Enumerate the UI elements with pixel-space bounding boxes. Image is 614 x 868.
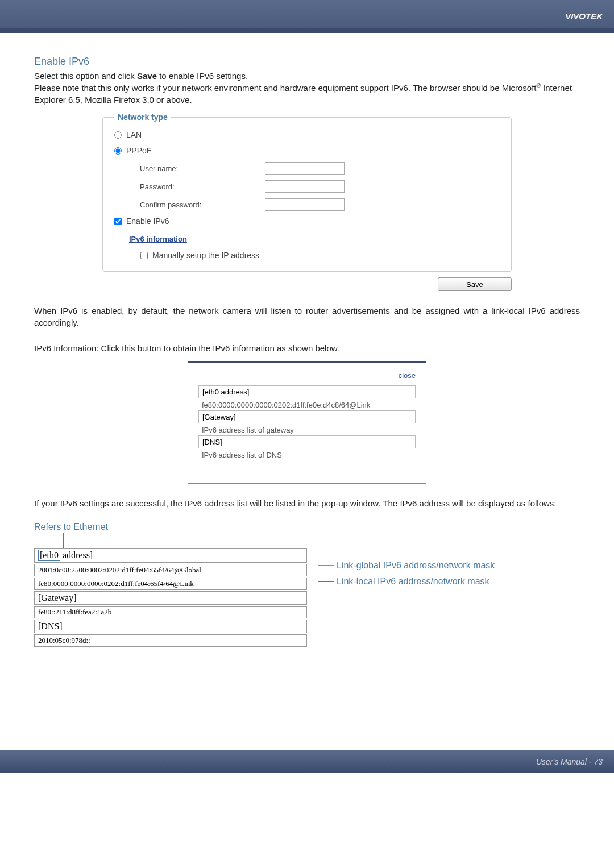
pppoe-label: PPPoE: [126, 146, 152, 155]
ipv6-information-link[interactable]: IPv6 information: [129, 235, 187, 243]
ipv6-info-underline: IPv6 Information: [34, 343, 96, 353]
brand-label: VIVOTEK: [565, 11, 603, 21]
manual-ip-row[interactable]: Manually setup the IP address: [140, 251, 500, 260]
pppoe-radio[interactable]: [114, 147, 122, 155]
popup-dns-val: IPv6 address list of DNS: [198, 450, 416, 460]
ipv6-popup: close [eth0 address] fe80:0000:0000:0000…: [188, 361, 426, 484]
ethernet-section: Refers to Ethernet [eth0 address] 2001:0…: [34, 522, 580, 648]
popup-eth0-val: fe80:0000:0000:0000:0202:d1ff:fe0e:d4c8/…: [198, 400, 416, 410]
username-row: User name:: [140, 162, 500, 175]
ipv6-info-link-wrap: IPv6 information: [129, 234, 500, 244]
intro2-sup: ®: [537, 82, 541, 89]
network-type-fieldset: Network type LAN PPPoE User name: Passwo…: [102, 117, 512, 272]
popup-gateway: [Gateway]: [198, 410, 416, 423]
ipv6-info-line: IPv6 Information: Click this button to o…: [34, 342, 580, 354]
intro-line2: Please note that this only works if your…: [34, 82, 580, 106]
link-local-label: Link-local IPv6 address/network mask: [318, 576, 495, 587]
lan-radio-row[interactable]: LAN: [114, 130, 500, 139]
eth0-rest: address]: [63, 550, 93, 560]
link-global-text: Link-global IPv6 address/network mask: [337, 560, 495, 571]
header-accent: [0, 28, 614, 33]
username-label: User name:: [140, 164, 265, 173]
blue-dash-icon: [318, 581, 334, 582]
page-footer: User's Manual - 73: [0, 750, 614, 773]
intro1-end: to enable IPv6 settings.: [157, 71, 248, 81]
pppoe-radio-row[interactable]: PPPoE: [114, 146, 500, 155]
intro1-bold: Save: [137, 71, 157, 81]
confirm-row: Confirm password:: [140, 198, 500, 211]
intro1-a: Select this option and click: [34, 71, 137, 81]
confirm-password-input[interactable]: [265, 198, 345, 211]
ethernet-diagram: [eth0 address] 2001:0c08:2500:0002:0202:…: [34, 548, 580, 648]
page-content: Enable IPv6 Select this option and click…: [0, 33, 614, 671]
lan-label: LAN: [126, 130, 142, 139]
page-header: VIVOTEK: [0, 0, 614, 28]
intro2-a: Please note that this only works if your…: [34, 83, 537, 93]
fieldset-legend: Network type: [114, 113, 171, 122]
intro-line1: Select this option and click Save to ena…: [34, 70, 580, 82]
popup-gateway-val: IPv6 address list of gateway: [198, 425, 416, 435]
eth-dns-label: [DNS]: [34, 620, 307, 633]
popup-close-link[interactable]: close: [198, 371, 416, 380]
eth-link-addr: fe80:0000:0000:0000:0202:d1ff:fe04:65f4/…: [34, 578, 307, 590]
popup-eth0: [eth0 address]: [198, 385, 416, 398]
enable-ipv6-checkbox[interactable]: [114, 218, 122, 225]
eth-dns-val: 2010:05c0:978d::: [34, 634, 307, 647]
confirm-label: Confirm password:: [140, 201, 265, 209]
success-text: If your IPv6 settings are successful, th…: [34, 497, 580, 509]
footer-text: User's Manual - 73: [536, 757, 603, 766]
enable-ipv6-label: Enable IPv6: [126, 217, 169, 226]
ethernet-pointer: [63, 533, 64, 548]
manual-ip-checkbox[interactable]: [140, 252, 148, 259]
popup-dns: [DNS]: [198, 435, 416, 448]
save-button[interactable]: Save: [438, 277, 512, 291]
ethernet-title: Refers to Ethernet: [34, 522, 580, 532]
ethernet-left-col: [eth0 address] 2001:0c08:2500:0002:0202:…: [34, 548, 307, 648]
eth0-address-label: [eth0 address]: [34, 548, 307, 563]
password-row: Password:: [140, 180, 500, 193]
ethernet-right-col: Link-global IPv6 address/network mask Li…: [307, 548, 495, 592]
post-fieldset-para1: When IPv6 is enabled, by default, the ne…: [34, 305, 580, 329]
username-input[interactable]: [265, 162, 345, 175]
eth-global-addr: 2001:0c08:2500:0002:0202:d1ff:fe04:65f4/…: [34, 564, 307, 576]
lan-radio[interactable]: [114, 131, 122, 139]
password-label: Password:: [140, 182, 265, 191]
eth-gateway-label: [Gateway]: [34, 591, 307, 605]
password-input[interactable]: [265, 180, 345, 193]
eth0-highlight: [eth0: [38, 550, 60, 561]
ipv6-info-rest: : Click this button to obtain the IPv6 i…: [96, 343, 339, 353]
orange-dash-icon: [318, 565, 334, 566]
enable-ipv6-row[interactable]: Enable IPv6: [114, 217, 500, 226]
link-global-label: Link-global IPv6 address/network mask: [318, 560, 495, 571]
link-local-text: Link-local IPv6 address/network mask: [337, 576, 489, 587]
section-title: Enable IPv6: [34, 56, 580, 68]
eth-gateway-val: fe80::211:d8ff:fea2:1a2b: [34, 606, 307, 618]
manual-ip-label: Manually setup the IP address: [152, 251, 259, 260]
save-button-wrap: Save: [102, 277, 512, 291]
